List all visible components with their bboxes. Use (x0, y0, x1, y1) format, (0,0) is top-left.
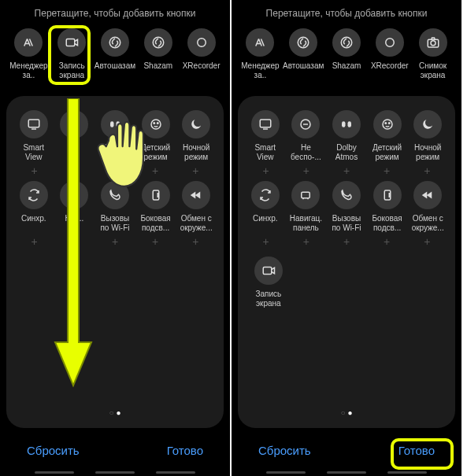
tile-shazam[interactable]: Shazam (137, 28, 179, 71)
tile-sync[interactable]: Синхр. (14, 181, 54, 223)
edge-icon (142, 181, 170, 209)
page-indicator[interactable]: ○ ● (243, 402, 450, 420)
svg-point-23 (385, 123, 387, 124)
bottom-bar: Сбросить Готово (0, 428, 230, 476)
shazam-icon (332, 28, 361, 57)
sync-icon (20, 181, 48, 209)
svg-rect-21 (347, 121, 351, 127)
android-nav-bar[interactable] (0, 471, 230, 476)
svg-point-24 (388, 123, 390, 124)
screen-record-icon (254, 256, 283, 285)
tile-kids[interactable]: Детский режим (136, 110, 176, 162)
tile-screenshot[interactable]: Снимок экрана (412, 28, 454, 80)
panel-row-2: Синхр. Навигац. панель Вызовы по Wi-Fi Б… (243, 181, 450, 233)
tile-wificall[interactable]: Вызовы по Wi-Fi (327, 181, 366, 233)
available-tiles-row: Менеджер за.. Автошазам Shazam XRecorder… (232, 28, 461, 80)
svg-point-17 (431, 41, 435, 46)
tile-share[interactable]: Обмен с окруже... (176, 181, 216, 233)
tile-smartview[interactable]: Smart View (14, 110, 54, 162)
dnd-icon (291, 110, 320, 138)
tile-dolby[interactable]: Dolby Atmos (327, 110, 366, 162)
quick-panel: Smart View Не беспо-... Dolby Atmos Детс… (238, 96, 455, 428)
svg-rect-20 (342, 121, 346, 127)
svg-point-9 (154, 123, 155, 124)
done-button[interactable]: Готово (389, 439, 444, 462)
tile-share[interactable]: Обмен с окруже... (408, 181, 447, 233)
reset-button[interactable]: Сбросить (17, 439, 89, 462)
svg-rect-0 (66, 39, 75, 46)
tile-screen-record[interactable]: Запись экрана (51, 28, 93, 80)
tile-autoshazam[interactable]: Автошазам (95, 28, 136, 71)
tile-edge[interactable]: Боковая подсв... (136, 181, 176, 233)
sync-icon (251, 181, 280, 209)
tile-dnd[interactable]: 6.. (55, 110, 95, 153)
panel-row-2: Синхр. Нав.. Вызовы по Wi-Fi Боковая под… (11, 181, 219, 233)
circle-icon (187, 28, 216, 57)
drag-hint: Перетащите, чтобы добавить кнопки (232, 0, 461, 28)
panel-row-1: Smart View Не беспо-... Dolby Atmos Детс… (243, 110, 450, 162)
moon-icon (182, 110, 210, 138)
moon-icon (413, 110, 442, 138)
svg-rect-4 (28, 120, 39, 127)
tile-autoshazam[interactable]: Автошазам (283, 28, 324, 71)
tile-manager[interactable]: Менеджер за.. (239, 28, 281, 80)
quick-panel: Smart View 6.. Dolby Atmos Детский режим… (6, 96, 224, 428)
tile-dnd[interactable]: Не беспо-... (287, 110, 326, 162)
tile-night[interactable]: Ночной режим (176, 110, 216, 162)
wificall-icon (101, 181, 129, 209)
tile-dolby[interactable]: Dolby Atmos (95, 110, 135, 162)
svg-rect-27 (263, 268, 272, 275)
tile-wificall[interactable]: Вызовы по Wi-Fi (95, 181, 135, 233)
circle-icon (376, 28, 404, 57)
tile-sync[interactable]: Синхр. (246, 181, 285, 223)
reset-button[interactable]: Сбросить (249, 439, 321, 462)
svg-rect-11 (70, 192, 79, 198)
tile-kids[interactable]: Детский режим (368, 110, 407, 162)
svg-point-3 (197, 39, 206, 47)
tile-screen-record[interactable]: Запись экрана (249, 256, 288, 308)
child-icon (142, 110, 170, 138)
drop-slots-2[interactable]: +++++ (243, 236, 450, 247)
panel-row-3: Запись экрана (243, 256, 450, 308)
svg-point-8 (151, 120, 161, 129)
drag-hint: Перетащите, чтобы добавить кнопки (0, 0, 230, 28)
svg-point-10 (157, 123, 158, 124)
cast-icon (20, 110, 48, 138)
nav-icon (291, 181, 320, 209)
tile-xrecorder[interactable]: XRecorder (369, 28, 410, 71)
tile-nav[interactable]: Нав.. (55, 181, 95, 223)
cast-icon (251, 110, 280, 138)
android-nav-bar[interactable] (232, 471, 461, 476)
available-tiles-row: Менеджер за.. Запись экрана Автошазам Sh… (0, 28, 230, 80)
shazam-icon (144, 28, 172, 57)
drop-slots-1[interactable]: +++++ (243, 165, 450, 176)
dnd-icon (60, 110, 88, 138)
camera-icon (419, 28, 447, 57)
dolby-icon (101, 110, 129, 138)
tile-manager[interactable]: Менеджер за.. (8, 28, 50, 80)
tile-xrecorder[interactable]: XRecorder (180, 28, 222, 71)
tile-shazam[interactable]: Shazam (326, 28, 368, 71)
manager-icon (14, 28, 43, 57)
svg-rect-25 (302, 192, 310, 198)
shazam-icon (101, 28, 129, 57)
share-icon (413, 181, 442, 209)
manager-icon (246, 28, 274, 57)
drop-slots-1[interactable]: +++++ (11, 165, 219, 176)
tile-night[interactable]: Ночной режим (408, 110, 447, 162)
svg-rect-7 (116, 121, 120, 127)
panel-row-1: Smart View 6.. Dolby Atmos Детский режим… (11, 110, 219, 162)
tile-edge[interactable]: Боковая подсв... (368, 181, 407, 233)
child-icon (373, 110, 402, 138)
svg-point-15 (386, 39, 395, 47)
done-button[interactable]: Готово (158, 439, 213, 462)
dolby-icon (332, 110, 361, 138)
page-indicator[interactable]: ○ ● (11, 402, 219, 420)
tile-smartview[interactable]: Smart View (246, 110, 285, 162)
share-icon (182, 181, 210, 209)
drop-slots-2[interactable]: +++++ (11, 236, 219, 247)
screen-record-icon (57, 28, 86, 57)
edge-icon (373, 181, 402, 209)
tile-nav[interactable]: Навигац. панель (287, 181, 326, 233)
svg-rect-6 (110, 121, 114, 127)
